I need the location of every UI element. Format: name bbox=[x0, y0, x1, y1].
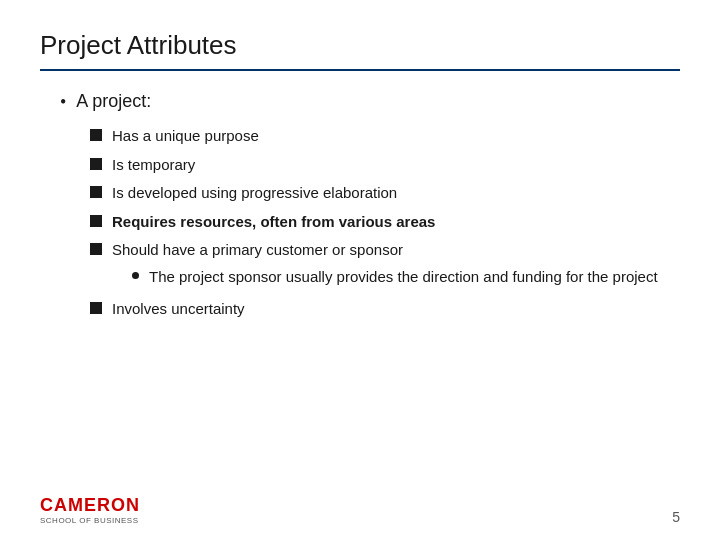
sub-text-4: Requires resources, often from various a… bbox=[112, 211, 435, 234]
page-number: 5 bbox=[672, 509, 680, 525]
logo-area: CAMERON School of Business bbox=[40, 495, 140, 525]
slide-title: Project Attributes bbox=[40, 30, 680, 61]
sub-item-6: Involves uncertainty bbox=[90, 298, 680, 321]
sub-item-5: Should have a primary customer or sponso… bbox=[90, 239, 680, 292]
sub-list: Has a unique purpose Is temporary Is dev… bbox=[60, 125, 680, 321]
sub-sub-text-1: The project sponsor usually provides the… bbox=[149, 266, 658, 289]
sub-item-2: Is temporary bbox=[90, 154, 680, 177]
sub-bullet-1 bbox=[90, 129, 102, 141]
sub-text-6: Involves uncertainty bbox=[112, 298, 245, 321]
sub-text-3: Is developed using progressive elaborati… bbox=[112, 182, 397, 205]
sub-bullet-3 bbox=[90, 186, 102, 198]
title-area: Project Attributes bbox=[40, 30, 680, 71]
sub-bullet-6 bbox=[90, 302, 102, 314]
sub-text-2: Is temporary bbox=[112, 154, 195, 177]
sub-bullet-2 bbox=[90, 158, 102, 170]
sub-item-4: Requires resources, often from various a… bbox=[90, 211, 680, 234]
content-area: • A project: Has a unique purpose Is tem… bbox=[40, 91, 680, 321]
sub-item-5-content: Should have a primary customer or sponso… bbox=[112, 239, 658, 292]
sub-text-5: Should have a primary customer or sponso… bbox=[112, 241, 403, 258]
sub-bullet-4 bbox=[90, 215, 102, 227]
main-bullet-text: A project: bbox=[76, 91, 151, 112]
main-bullet-dot: • bbox=[60, 92, 66, 113]
footer: CAMERON School of Business 5 bbox=[40, 495, 680, 525]
sub-item-1: Has a unique purpose bbox=[90, 125, 680, 148]
main-bullet-item: • A project: bbox=[60, 91, 680, 113]
logo-name: CAMERON bbox=[40, 495, 140, 516]
sub-sub-list: The project sponsor usually provides the… bbox=[112, 266, 658, 289]
sub-sub-item-1: The project sponsor usually provides the… bbox=[132, 266, 658, 289]
sub-item-3: Is developed using progressive elaborati… bbox=[90, 182, 680, 205]
logo-subtitle: School of Business bbox=[40, 516, 140, 525]
circle-bullet-1 bbox=[132, 272, 139, 279]
sub-text-1: Has a unique purpose bbox=[112, 125, 259, 148]
sub-bullet-5 bbox=[90, 243, 102, 255]
slide: Project Attributes • A project: Has a un… bbox=[0, 0, 720, 540]
